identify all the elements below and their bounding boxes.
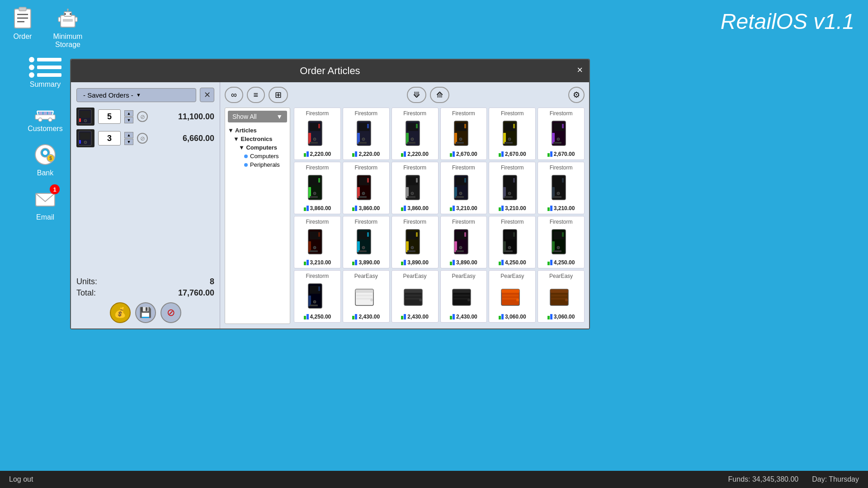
sidebar-item-summary[interactable]: Summary [25, 57, 66, 89]
product-card[interactable]: Firestorm 3,890.00 [343, 216, 390, 268]
tree-node-articles[interactable]: ▼ Articles [228, 126, 287, 135]
tree-leaf-computers[interactable]: Computers [244, 152, 287, 160]
save-button[interactable]: 💾 [135, 302, 156, 323]
svg-rect-14 [35, 115, 55, 119]
sidebar-item-customers[interactable]: Customers [25, 97, 66, 133]
svg-point-125 [411, 246, 414, 249]
product-card[interactable]: Firestorm 3,860.00 [392, 162, 439, 214]
svg-rect-88 [407, 196, 415, 198]
product-card[interactable]: Firestorm 3,890.00 [392, 216, 439, 268]
product-card[interactable]: PearEasy 2,430.00 [440, 270, 487, 323]
sidebar-item-bank[interactable]: $ Bank [25, 141, 66, 177]
tree-node-computers-parent[interactable]: ▼ Computers [239, 143, 287, 152]
product-price: 3,210.00 [450, 205, 477, 211]
customers-icon [32, 97, 59, 124]
product-card[interactable]: Firestorm 4,250.00 [489, 216, 536, 268]
order-row: 5 ▲ ▼ ⊘ 11,100.00 [76, 108, 214, 126]
remove-item-button[interactable]: ⊘ [137, 133, 148, 144]
price-bar-icon [352, 151, 357, 157]
product-card[interactable]: Firestorm 2,220.00 [392, 108, 439, 160]
product-card[interactable]: Firestorm 2,670.00 [538, 108, 585, 160]
tree-leaf-peripherals[interactable]: Peripherals [244, 160, 287, 169]
svg-rect-48 [367, 124, 369, 128]
qty-down-button[interactable]: ▼ [124, 117, 133, 123]
product-card[interactable]: Firestorm 3,210.00 [440, 162, 487, 214]
product-card[interactable]: Firestorm 2,670.00 [440, 108, 487, 160]
clear-button[interactable]: ✕ [200, 88, 214, 102]
sidebar-item-email[interactable]: 1 Email [25, 185, 66, 221]
product-card[interactable]: PearEasy 3,060.00 [538, 270, 585, 323]
product-card[interactable]: Firestorm 4,250.00 [294, 270, 341, 323]
svg-rect-163 [453, 295, 470, 296]
filter-infinite-button[interactable]: ∞ [225, 87, 243, 103]
svg-rect-22 [48, 112, 52, 115]
price-value: 3,860.00 [407, 205, 429, 211]
product-image [400, 227, 430, 258]
price-value: 3,210.00 [505, 205, 526, 211]
svg-point-65 [508, 138, 511, 141]
price-value: 2,670.00 [554, 151, 575, 157]
product-card[interactable]: Firestorm 3,890.00 [440, 216, 487, 268]
qty-up-button[interactable]: ▲ [124, 110, 133, 117]
product-card[interactable]: Firestorm 2,220.00 [294, 108, 341, 160]
product-card[interactable]: Firestorm 3,210.00 [538, 162, 585, 214]
svg-rect-153 [356, 295, 373, 296]
cancel-order-button[interactable]: ⊘ [160, 302, 181, 323]
sidebar-item-min-storage[interactable]: Minimum Storage [50, 5, 86, 49]
sort-asc-button[interactable]: ⟱ [407, 87, 426, 103]
app-title: RetailOS v1.1 [721, 9, 854, 34]
svg-rect-126 [416, 232, 418, 237]
product-card[interactable]: Firestorm 3,210.00 [294, 216, 341, 268]
product-card[interactable]: Firestorm 4,250.00 [538, 216, 585, 268]
product-card[interactable]: Firestorm 3,210.00 [489, 162, 536, 214]
product-image [448, 281, 479, 312]
product-image [546, 173, 576, 203]
svg-rect-108 [562, 178, 564, 183]
price-value: 3,890.00 [456, 259, 477, 266]
settings-button[interactable]: ⚙ [568, 87, 585, 103]
product-image [351, 227, 382, 258]
saved-orders-button[interactable]: - Saved Orders - ▼ [76, 88, 196, 102]
svg-point-8 [70, 13, 71, 15]
product-card[interactable]: PearEasy 2,430.00 [343, 270, 390, 323]
pay-button[interactable]: 💰 [110, 302, 131, 323]
product-card[interactable]: Firestorm 3,860.00 [294, 162, 341, 214]
price-value: 2,430.00 [359, 314, 380, 320]
price-value: 3,060.00 [505, 314, 526, 320]
show-all-button[interactable]: Show All ▼ [228, 111, 287, 122]
product-card[interactable]: Firestorm 2,670.00 [489, 108, 536, 160]
filter-list-button[interactable]: ≡ [247, 87, 265, 103]
svg-rect-100 [505, 196, 513, 198]
product-card[interactable]: Firestorm 2,220.00 [343, 108, 390, 160]
qty-up-button[interactable]: ▲ [124, 132, 133, 138]
svg-rect-21 [43, 112, 47, 115]
remove-item-button[interactable]: ⊘ [137, 111, 148, 122]
filter-grid-button[interactable]: ⊞ [269, 87, 288, 103]
svg-rect-124 [407, 250, 415, 252]
svg-point-59 [459, 138, 462, 141]
price-bar-icon [547, 260, 552, 265]
qty-arrows: ▲ ▼ [124, 110, 133, 123]
product-image [497, 173, 528, 203]
product-card[interactable]: PearEasy 3,060.00 [489, 270, 536, 323]
logout-button[interactable]: Log out [9, 475, 33, 483]
sort-desc-button[interactable]: ⟰ [430, 87, 449, 103]
qty-down-button[interactable]: ▼ [124, 139, 133, 145]
svg-point-101 [508, 192, 511, 195]
svg-rect-32 [79, 118, 81, 122]
product-name: PearEasy [354, 273, 378, 279]
price-bar-icon [499, 260, 504, 265]
product-card[interactable]: PearEasy 2,430.00 [392, 270, 439, 323]
dialog-close-button[interactable]: × [577, 64, 583, 76]
price-value: 3,210.00 [456, 205, 477, 211]
product-card[interactable]: Firestorm 3,860.00 [343, 162, 390, 214]
product-price: 2,430.00 [401, 314, 429, 320]
product-name: Firestorm [550, 110, 573, 117]
product-name: Firestorm [306, 273, 329, 279]
svg-rect-76 [310, 196, 318, 198]
svg-rect-168 [502, 295, 519, 296]
svg-rect-173 [551, 295, 567, 296]
funds-display: Funds: 34,345,380.00 [728, 475, 799, 483]
tree-node-electronics[interactable]: ▼ Electronics [233, 135, 287, 143]
sidebar-item-order[interactable]: Order [5, 5, 41, 41]
